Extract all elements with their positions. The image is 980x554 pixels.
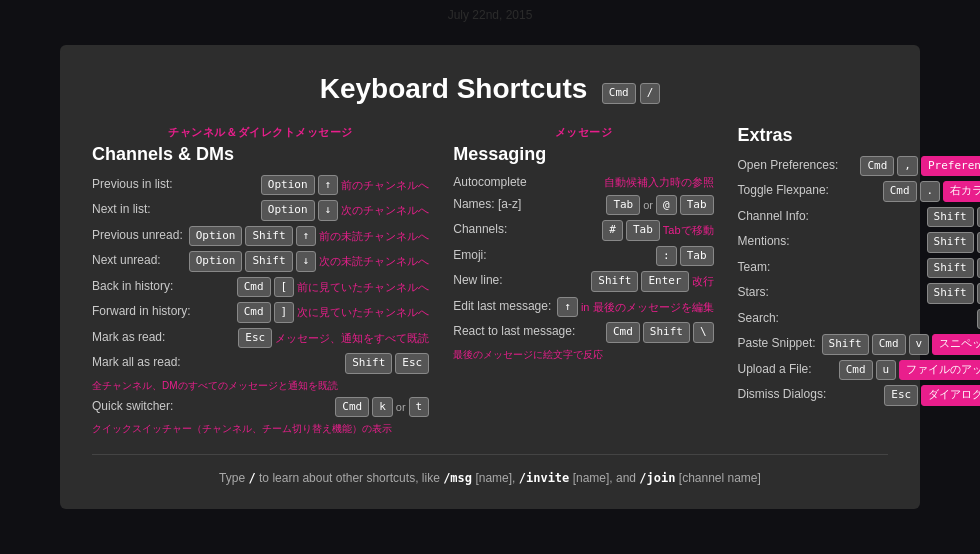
shortcut-quick-switcher: Quick switcher: Cmd k or t <box>92 397 429 418</box>
shortcut-next-list: Next in list: Option ↓ 次のチャンネルへ <box>92 200 429 221</box>
shortcut-upload-file: Upload a File: Cmd u ファイルのアップロード <box>738 360 980 381</box>
modal-overlay: Keyboard Shortcuts Cmd / チャンネル＆ダイレクトメッセー… <box>0 0 980 554</box>
shortcut-emoji: Emoji: : Tab <box>453 246 713 267</box>
shortcut-prev-list: Previous in list: Option ↑ 前のチャンネルへ <box>92 175 429 196</box>
col-extras: Extras Open Preferences: Cmd , Preferenc… <box>738 125 980 441</box>
modal-title: Keyboard Shortcuts <box>320 73 588 104</box>
col-messaging-subtitle: メッセージ <box>453 125 713 140</box>
shortcut-team: Team: Shift Cmd e <box>738 258 980 279</box>
shortcut-paste-snippet: Paste Snippet: Shift Cmd v スニペットの作成 <box>738 334 980 355</box>
shortcut-dismiss: Dismiss Dialogs: Esc ダイアログを閉じる <box>738 385 980 406</box>
shortcut-search: Search: Cmd f <box>738 309 980 330</box>
shortcut-back-history: Back in history: Cmd [ 前に見ていたチャンネルへ <box>92 277 429 298</box>
shortcut-react-last: React to last message: Cmd Shift \ <box>453 322 713 343</box>
shortcut-edit-last: Edit last message: ↑ in 最後のメッセージを編集 <box>453 297 713 318</box>
shortcut-mark-read: Mark as read: Esc メッセージ、通知をすべて既読 <box>92 328 429 349</box>
shortcut-columns: チャンネル＆ダイレクトメッセージ Channels & DMs Previous… <box>92 125 888 447</box>
footer-divider <box>92 454 888 455</box>
col-messaging: メッセージ Messaging Autocomplete 自動候補入力時の参照 … <box>453 125 713 441</box>
shortcut-channel-info: Channel Info: Shift Cmd i <box>738 207 980 228</box>
modal-header: Keyboard Shortcuts Cmd / <box>92 73 888 105</box>
col-messaging-title: Messaging <box>453 144 713 165</box>
cmd-key: Cmd <box>602 83 636 104</box>
header-shortcut-badge: Cmd / <box>602 83 661 104</box>
col-channels-subtitle: チャンネル＆ダイレクトメッセージ <box>92 125 429 140</box>
footer-hint: Type / to learn about other shortcuts, l… <box>92 471 888 485</box>
shortcut-channels: Channels: # Tab Tabで移動 <box>453 220 713 241</box>
shortcut-forward-history: Forward in history: Cmd ] 次に見ていたチャンネルへ <box>92 302 429 323</box>
shortcut-next-unread: Next unread: Option Shift ↓ 次の未読チャンネルへ <box>92 251 429 272</box>
shortcut-stars: Stars: Shift Cmd s <box>738 283 980 304</box>
shortcut-prev-unread: Previous unread: Option Shift ↑ 前の未読チャンネ… <box>92 226 429 247</box>
shortcut-autocomplete: Autocomplete 自動候補入力時の参照 <box>453 175 713 190</box>
shortcut-toggle-flexpane: Toggle Flexpane: Cmd . 右カラムの開閉 <box>738 181 980 202</box>
shortcut-newline: New line: Shift Enter 改行 <box>453 271 713 292</box>
shortcut-open-prefs: Open Preferences: Cmd , Preferenceを開く <box>738 156 980 177</box>
shortcut-mentions: Mentions: Shift Cmd m <box>738 232 980 253</box>
shortcut-names: Names: [a-z] Tab or @ Tab <box>453 195 713 216</box>
col-channels: チャンネル＆ダイレクトメッセージ Channels & DMs Previous… <box>92 125 429 441</box>
shortcut-mark-all-read: Mark all as read: Shift Esc <box>92 353 429 374</box>
slash-key: / <box>640 83 661 104</box>
keyboard-shortcuts-modal: Keyboard Shortcuts Cmd / チャンネル＆ダイレクトメッセー… <box>60 45 920 510</box>
col-extras-title: Extras <box>738 125 980 146</box>
col-channels-title: Channels & DMs <box>92 144 429 165</box>
